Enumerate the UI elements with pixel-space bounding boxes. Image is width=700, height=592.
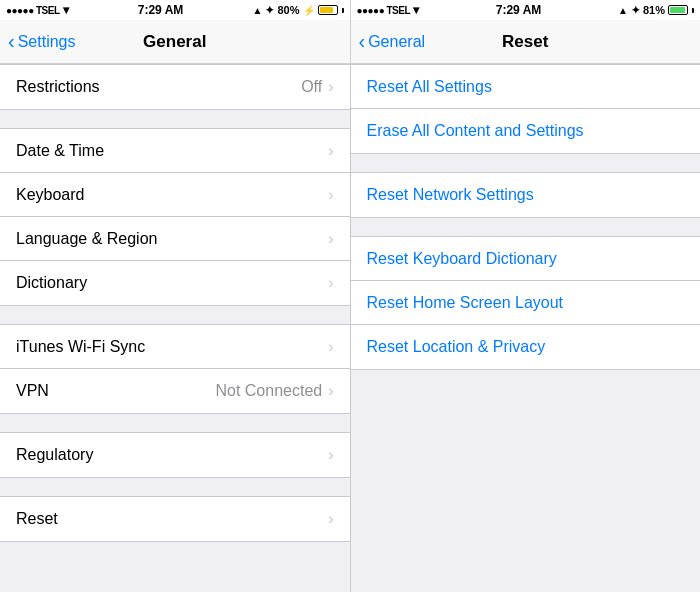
erase-all-content-item[interactable]: Erase All Content and Settings bbox=[351, 109, 701, 153]
main-content: Restrictions Off › Date & Time › Keyboar… bbox=[0, 64, 700, 592]
right-carrier: ●●●●● TSEL bbox=[357, 5, 411, 16]
right-gps-icon: ▲ bbox=[618, 5, 628, 16]
right-gap-2 bbox=[351, 218, 701, 236]
dictionary-item[interactable]: Dictionary › bbox=[0, 261, 350, 305]
keyboard-item[interactable]: Keyboard › bbox=[0, 173, 350, 217]
left-back-label: Settings bbox=[18, 33, 76, 51]
vpn-label: VPN bbox=[16, 382, 215, 400]
left-carrier: ●●●●● TSEL bbox=[6, 5, 60, 16]
middle-group: Date & Time › Keyboard › Language & Regi… bbox=[0, 128, 350, 306]
right-status-bar: ●●●●● TSEL ▾ 7:29 AM ▲ ✦ 81% bbox=[351, 0, 701, 20]
reset-nav-group: Reset › bbox=[0, 496, 350, 542]
restrictions-chevron-icon: › bbox=[328, 78, 333, 96]
right-gap-1 bbox=[351, 154, 701, 172]
left-nav-title: General bbox=[143, 32, 206, 52]
reset-location-privacy-label: Reset Location & Privacy bbox=[367, 338, 546, 356]
status-bars: ●●●●● TSEL ▾ 7:29 AM ▲ ✦ 80% ⚡ ●●●●● TSE… bbox=[0, 0, 700, 20]
language-region-item[interactable]: Language & Region › bbox=[0, 217, 350, 261]
restrictions-value: Off bbox=[301, 78, 322, 96]
itunes-wifi-sync-item[interactable]: iTunes Wi-Fi Sync › bbox=[0, 325, 350, 369]
dictionary-label: Dictionary bbox=[16, 274, 328, 292]
right-panel: Reset All Settings Erase All Content and… bbox=[350, 64, 701, 592]
right-nav-title: Reset bbox=[502, 32, 548, 52]
restrictions-item[interactable]: Restrictions Off › bbox=[0, 65, 350, 109]
keyboard-label: Keyboard bbox=[16, 186, 328, 204]
right-nav-bar: ‹ General Reset bbox=[350, 20, 701, 63]
reset-nav-label: Reset bbox=[16, 510, 328, 528]
reset-network-settings-item[interactable]: Reset Network Settings bbox=[351, 173, 701, 217]
right-wifi-icon: ▾ bbox=[413, 3, 419, 17]
vpn-value: Not Connected bbox=[215, 382, 322, 400]
language-region-chevron-icon: › bbox=[328, 230, 333, 248]
regulatory-label: Regulatory bbox=[16, 446, 328, 464]
left-back-button[interactable]: ‹ Settings bbox=[8, 32, 75, 51]
right-battery-percent: 81% bbox=[643, 4, 665, 16]
gap-2 bbox=[0, 306, 350, 324]
reset-keyboard-dictionary-label: Reset Keyboard Dictionary bbox=[367, 250, 557, 268]
itunes-wifi-sync-label: iTunes Wi-Fi Sync bbox=[16, 338, 328, 356]
date-time-label: Date & Time bbox=[16, 142, 328, 160]
reset-nav-item[interactable]: Reset › bbox=[0, 497, 350, 541]
regulatory-chevron-icon: › bbox=[328, 446, 333, 464]
regulatory-group: Regulatory › bbox=[0, 432, 350, 478]
gap-1 bbox=[0, 110, 350, 128]
right-back-button[interactable]: ‹ General bbox=[359, 32, 426, 51]
restrictions-group: Restrictions Off › bbox=[0, 64, 350, 110]
gap-4 bbox=[0, 478, 350, 496]
regulatory-item[interactable]: Regulatory › bbox=[0, 433, 350, 477]
right-time: 7:29 AM bbox=[496, 3, 542, 17]
reset-all-settings-label: Reset All Settings bbox=[367, 78, 492, 96]
reset-keyboard-group: Reset Keyboard Dictionary Reset Home Scr… bbox=[351, 236, 701, 370]
reset-nav-chevron-icon: › bbox=[328, 510, 333, 528]
sync-vpn-group: iTunes Wi-Fi Sync › VPN Not Connected › bbox=[0, 324, 350, 414]
reset-home-screen-layout-label: Reset Home Screen Layout bbox=[367, 294, 564, 312]
reset-home-screen-layout-item[interactable]: Reset Home Screen Layout bbox=[351, 281, 701, 325]
erase-all-content-label: Erase All Content and Settings bbox=[367, 122, 584, 140]
reset-keyboard-dictionary-item[interactable]: Reset Keyboard Dictionary bbox=[351, 237, 701, 281]
left-panel: Restrictions Off › Date & Time › Keyboar… bbox=[0, 64, 350, 592]
right-bluetooth-icon: ✦ bbox=[631, 4, 640, 17]
vpn-chevron-icon: › bbox=[328, 382, 333, 400]
date-time-item[interactable]: Date & Time › bbox=[0, 129, 350, 173]
left-nav-bar: ‹ Settings General bbox=[0, 20, 350, 63]
left-wifi-icon: ▾ bbox=[63, 3, 69, 17]
left-back-arrow-icon: ‹ bbox=[8, 31, 15, 51]
reset-top-group: Reset All Settings Erase All Content and… bbox=[351, 64, 701, 154]
right-back-arrow-icon: ‹ bbox=[359, 31, 366, 51]
gap-3 bbox=[0, 414, 350, 432]
left-gps-icon: ▲ bbox=[253, 5, 263, 16]
nav-bars: ‹ Settings General ‹ General Reset bbox=[0, 20, 700, 64]
left-battery-icon: ⚡ bbox=[303, 5, 315, 16]
date-time-chevron-icon: › bbox=[328, 142, 333, 160]
reset-network-group: Reset Network Settings bbox=[351, 172, 701, 218]
dictionary-chevron-icon: › bbox=[328, 274, 333, 292]
itunes-chevron-icon: › bbox=[328, 338, 333, 356]
keyboard-chevron-icon: › bbox=[328, 186, 333, 204]
reset-location-privacy-item[interactable]: Reset Location & Privacy bbox=[351, 325, 701, 369]
language-region-label: Language & Region bbox=[16, 230, 328, 248]
reset-all-settings-item[interactable]: Reset All Settings bbox=[351, 65, 701, 109]
right-back-label: General bbox=[368, 33, 425, 51]
left-status-bar: ●●●●● TSEL ▾ 7:29 AM ▲ ✦ 80% ⚡ bbox=[0, 0, 350, 20]
left-bluetooth-icon: ✦ bbox=[265, 4, 274, 17]
restrictions-label: Restrictions bbox=[16, 78, 301, 96]
left-battery-percent: 80% bbox=[277, 4, 299, 16]
left-time: 7:29 AM bbox=[138, 3, 184, 17]
vpn-item[interactable]: VPN Not Connected › bbox=[0, 369, 350, 413]
reset-network-settings-label: Reset Network Settings bbox=[367, 186, 534, 204]
